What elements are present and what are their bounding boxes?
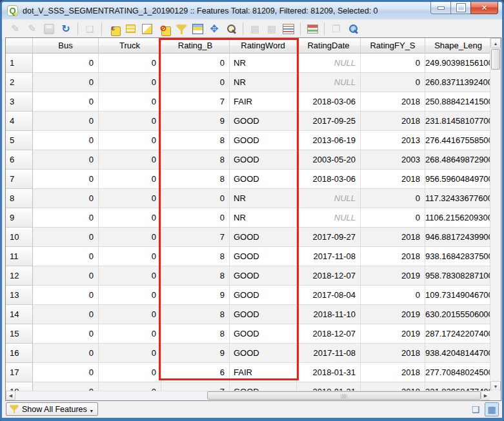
table-cell[interactable]: 2018 [361,228,425,247]
table-cell[interactable]: NR [230,73,297,92]
table-cell[interactable]: 0 [33,112,99,131]
row-number-cell[interactable]: 11 [6,247,33,266]
pan-to-selection-icon[interactable]: ✥ [207,21,222,37]
vertical-scrollbar[interactable]: ▲ ▼ [490,38,501,391]
table-cell[interactable]: 2018 [361,92,425,112]
table-cell[interactable]: GOOD [230,305,297,324]
column-header-RatingDate[interactable]: RatingDate [297,38,361,54]
table-cell[interactable]: 0 [99,54,161,73]
scroll-up-icon[interactable]: ▲ [490,38,501,48]
field-calculator-icon[interactable] [281,21,296,37]
row-number-cell[interactable]: 16 [6,344,33,363]
table-cell[interactable]: 8 [161,324,230,344]
table-cell[interactable]: 268.48649872900 [425,150,490,170]
table-cell[interactable]: 8 [161,131,230,150]
table-cell[interactable]: 938.16842837500 [425,247,490,266]
table-cell[interactable]: 0 [33,305,99,324]
table-cell[interactable]: 0 [99,92,161,112]
table-cell[interactable]: 0 [33,286,99,305]
row-number-cell[interactable]: 2 [6,73,33,92]
table-cell[interactable]: 260.83711392400 [425,73,490,92]
column-header-Shape_Leng[interactable]: Shape_Leng [425,38,490,54]
table-cell[interactable]: 0 [99,112,161,131]
table-cell[interactable]: GOOD [230,131,297,150]
table-cell[interactable]: GOOD [230,266,297,286]
table-cell[interactable]: 0 [161,208,230,228]
select-by-expression-icon[interactable]: ε [106,21,121,37]
row-number-cell[interactable]: 4 [6,112,33,131]
table-cell[interactable]: 7 [161,228,230,247]
table-cell[interactable]: NULL [297,189,361,208]
table-cell[interactable]: GOOD [230,344,297,363]
table-cell[interactable]: 9 [161,286,230,305]
table-cell[interactable]: 2018-12-07 [297,324,361,344]
column-header-row-number[interactable] [6,38,33,54]
table-cell[interactable]: NR [230,54,297,73]
row-number-cell[interactable]: 6 [6,150,33,170]
table-cell[interactable]: 9 [161,344,230,363]
table-cell[interactable]: 946.88172439900 [425,228,490,247]
table-cell[interactable]: 0 [99,131,161,150]
deselect-all-icon[interactable]: ⊘ [156,21,172,37]
row-number-cell[interactable]: 1 [6,54,33,73]
table-cell[interactable]: 109.73149046700 [425,286,490,305]
table-cell[interactable]: 0 [33,131,99,150]
switch-to-table-view-button[interactable]: ▦ [485,402,499,416]
table-cell[interactable]: 0 [161,54,230,73]
table-cell[interactable]: 2018-01-31 [297,382,361,391]
column-header-RatingFY_S[interactable]: RatingFY_S [361,38,425,54]
row-number-cell[interactable]: 10 [6,228,33,247]
table-cell[interactable]: FAIR [230,363,297,382]
table-cell[interactable]: 250.88842141500 [425,92,490,112]
zoom-to-selection-icon[interactable] [223,21,239,37]
actions-icon[interactable] [345,21,361,37]
table-cell[interactable]: 276.44167558500 [425,131,490,150]
table-cell[interactable]: 0 [161,73,230,92]
table-cell[interactable]: NR [230,208,297,228]
column-header-Truck[interactable]: Truck [99,38,161,54]
table-cell[interactable]: 0 [33,247,99,266]
table-cell[interactable]: 0 [33,54,99,73]
table-cell[interactable]: 8 [161,305,230,324]
minimize-button[interactable] [430,2,450,14]
table-cell[interactable]: 0 [33,266,99,286]
table-cell[interactable]: FAIR [230,92,297,112]
table-cell[interactable]: 2013-06-19 [297,131,361,150]
table-cell[interactable]: 2019 [361,305,425,324]
restore-button[interactable] [450,2,470,14]
table-cell[interactable]: GOOD [230,112,297,131]
scroll-left-icon[interactable]: ◀ [6,391,15,400]
table-cell[interactable]: GOOD [230,228,297,247]
table-cell[interactable]: 8 [161,266,230,286]
conditional-formatting-icon[interactable] [305,21,320,37]
table-cell[interactable]: 0 [99,382,161,391]
table-cell[interactable]: GOOD [230,170,297,189]
table-cell[interactable]: 9 [161,112,230,131]
table-cell[interactable]: 0 [33,73,99,92]
table-cell[interactable]: 2013 [361,131,425,150]
scroll-right-icon[interactable]: ▶ [481,391,490,400]
table-cell[interactable]: 2018 [361,344,425,363]
table-cell[interactable]: 0 [361,286,425,305]
table-cell[interactable]: GOOD [230,324,297,344]
scroll-down-icon[interactable]: ▼ [490,381,501,391]
table-cell[interactable]: 0 [33,150,99,170]
table-cell[interactable]: 2018 [361,382,425,391]
table-cell[interactable]: 0 [99,266,161,286]
table-cell[interactable]: 2017-09-25 [297,112,361,131]
table-cell[interactable]: 0 [99,170,161,189]
table-cell[interactable]: 287.17242207400 [425,324,490,344]
table-cell[interactable]: 2018-12-07 [297,266,361,286]
table-cell[interactable]: 0 [99,247,161,266]
row-number-cell[interactable]: 14 [6,305,33,324]
select-all-icon[interactable] [123,21,138,37]
table-cell[interactable]: 249.90398156100 [425,54,490,73]
table-cell[interactable]: 8 [161,150,230,170]
filter-select-form-icon[interactable] [173,21,188,37]
table-cell[interactable]: 0 [33,189,99,208]
move-selection-to-top-icon[interactable] [190,21,205,37]
table-cell[interactable]: 2018 [361,170,425,189]
row-number-cell[interactable]: 3 [6,92,33,112]
table-cell[interactable]: 8 [161,247,230,266]
table-cell[interactable]: 231.81458107700 [425,112,490,131]
